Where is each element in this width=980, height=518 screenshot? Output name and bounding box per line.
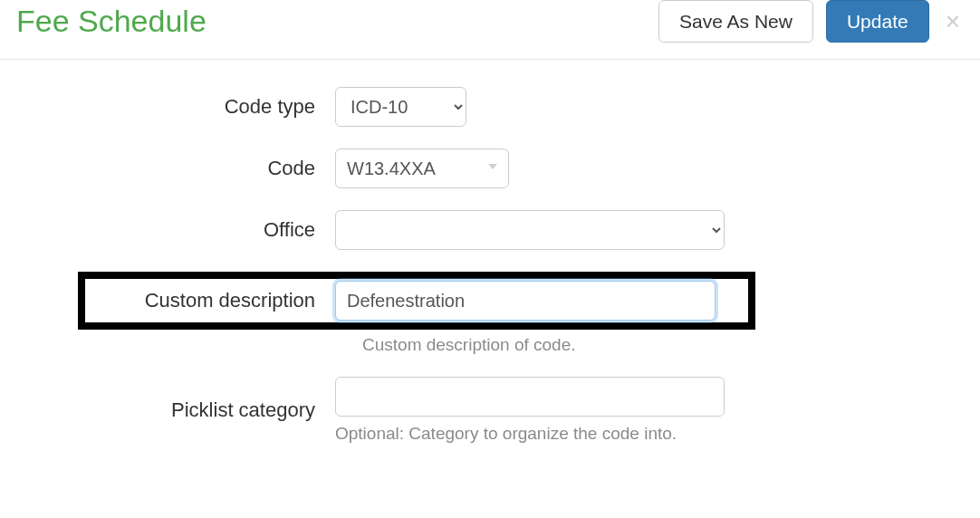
save-as-new-button[interactable]: Save As New <box>658 0 813 43</box>
code-input-wrap <box>335 149 509 188</box>
custom-description-input[interactable] <box>335 281 716 321</box>
code-input[interactable] <box>335 149 509 188</box>
row-picklist-category: Picklist category Optional: Category to … <box>18 377 962 444</box>
row-code-type: Code type ICD-10 <box>18 87 962 127</box>
row-code: Code <box>18 149 962 188</box>
label-office: Office <box>18 218 335 242</box>
row-office: Office <box>18 210 962 250</box>
close-icon[interactable]: × <box>942 9 964 34</box>
code-type-select[interactable]: ICD-10 <box>335 87 466 127</box>
label-custom-description: Custom description <box>85 289 335 312</box>
label-picklist-category: Picklist category <box>18 398 335 422</box>
help-custom-description: Custom description of code. <box>362 335 962 355</box>
page-title: Fee Schedule <box>16 4 207 39</box>
update-button[interactable]: Update <box>826 0 929 43</box>
help-picklist-category: Optional: Category to organize the code … <box>335 424 725 444</box>
header-bar: Fee Schedule Save As New Update × <box>0 0 980 60</box>
label-code: Code <box>18 157 335 180</box>
form-area: Code type ICD-10 Code Office Cu <box>0 60 980 469</box>
row-custom-description: Custom description <box>78 272 755 330</box>
picklist-category-input[interactable] <box>335 377 725 417</box>
header-actions: Save As New Update × <box>658 0 964 43</box>
office-select[interactable] <box>335 210 725 250</box>
label-code-type: Code type <box>18 95 335 119</box>
